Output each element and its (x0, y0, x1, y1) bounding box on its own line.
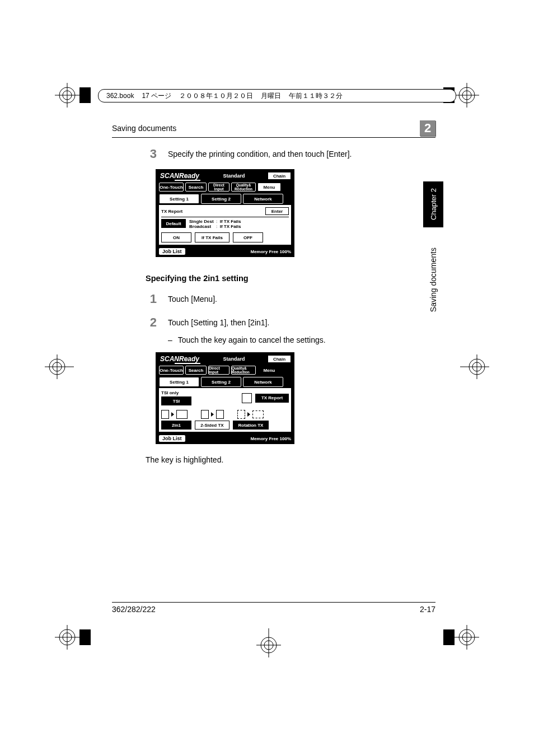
one-touch-tab-2[interactable]: One-Touch (159, 366, 184, 375)
highlight-note: The key is highlighted. (146, 455, 435, 464)
step-2-num: 2 (140, 315, 157, 330)
lcd-panel-2: SCANReady Standard Chain One-Touch Searc… (156, 352, 294, 444)
quality-reduction-tab[interactable]: Quality& Reduction (231, 183, 256, 192)
panel2-top: SCANReady Standard Chain (157, 353, 293, 365)
if-tx-fails-button[interactable]: If TX Fails (195, 232, 229, 242)
panel1-standard: Standard (200, 173, 268, 179)
panel1-row-settings: Setting 1 Setting 2 Network (157, 193, 293, 205)
page-icon-2 (176, 410, 188, 419)
crop-mark-br (443, 620, 494, 654)
panel1-top: SCANReady Standard Chain (157, 170, 293, 181)
doc-icon-2 (216, 410, 224, 419)
menu-tab[interactable]: Menu (257, 183, 281, 192)
svg-rect-27 (443, 629, 455, 645)
section-title-2in1: Specifying the 2in1 setting (146, 274, 435, 283)
setting2-button[interactable]: Setting 2 (201, 194, 241, 204)
quality-reduction-tab-2[interactable]: Quality& Reduction (231, 366, 256, 375)
print-header-file: 362.book (106, 92, 134, 100)
tsi-only-label: TSI only (161, 390, 238, 395)
tx-report-button[interactable]: TX Report (255, 394, 289, 403)
one-touch-tab[interactable]: One-Touch (159, 183, 184, 192)
job-list-button-2[interactable]: Job List (159, 435, 185, 442)
page-footer: 362/282/222 2-17 (112, 602, 435, 614)
rotation-tx-button[interactable]: Rotation TX (233, 421, 269, 430)
panel1-joblist: Job List Memory Free 100% (157, 247, 293, 256)
chain-button[interactable]: Chain (268, 172, 291, 180)
network-button[interactable]: Network (243, 194, 283, 204)
footer-model: 362/282/222 (112, 605, 156, 614)
panel1-row-tabs: One-Touch Search Direct Input Quality& R… (157, 181, 293, 193)
step-3-num: 3 (140, 147, 157, 161)
step-1: 1 Touch [Menu]. (140, 292, 435, 306)
search-tab-2[interactable]: Search (185, 366, 207, 375)
page-area: Saving documents 2 3 Specify the printin… (112, 120, 435, 464)
menu-tab-2[interactable]: Menu (257, 366, 281, 375)
crop-mark-ml (40, 350, 74, 384)
print-header: 362.book 17 ページ ２００８年１０月２０日 月曜日 午前１１時３２分 (98, 89, 456, 102)
arrow-icon-1 (171, 412, 174, 417)
rotate-icon-1 (237, 410, 245, 419)
step-3-text: Specify the printing condition, and then… (168, 147, 352, 161)
panel1-scanready: SCANReady (160, 172, 199, 180)
print-header-weekday: 月曜日 (261, 91, 281, 101)
step-1-text: Touch [Menu]. (168, 292, 217, 306)
search-tab[interactable]: Search (185, 183, 207, 192)
doc-icon-1 (201, 410, 209, 419)
arrow-icon-3 (247, 412, 250, 417)
panel2-row-tabs: One-Touch Search Direct Input Quality& R… (157, 365, 293, 376)
off-button[interactable]: OFF (233, 232, 263, 242)
job-list-button[interactable]: Job List (159, 248, 185, 255)
running-head-title: Saving documents (112, 124, 176, 133)
svg-rect-4 (79, 87, 91, 103)
step-2-sub: – Touch the key again to cancel the sett… (168, 335, 435, 344)
crop-mark-tl (40, 78, 91, 112)
crop-mark-mr (460, 350, 494, 384)
step-2: 2 Touch [Setting 1], then [2in1]. (140, 315, 435, 330)
setting2-button-2[interactable]: Setting 2 (201, 377, 241, 387)
tsi-button[interactable]: TSI (161, 396, 191, 405)
panel2-joblist: Job List Memory Free 100% (157, 434, 293, 443)
print-header-time: 午前１１時３２分 (289, 91, 343, 101)
svg-rect-22 (79, 629, 91, 645)
arrow-icon-2 (211, 412, 214, 417)
panel1-body: TX Report Enter Default Single Dest : If… (159, 205, 291, 245)
panel2-standard: Standard (200, 356, 268, 362)
direct-input-tab[interactable]: Direct Input (208, 183, 229, 192)
chain-button-2[interactable]: Chain (268, 355, 291, 363)
2in1-button[interactable]: 2in1 (161, 421, 191, 430)
panel2-body: TSI only TSI TX Report 2in1 (159, 388, 291, 432)
direct-input-tab-2[interactable]: Direct Input (208, 366, 229, 375)
footer-page: 2-17 (420, 605, 435, 614)
panel2-row-settings: Setting 1 Setting 2 Network (157, 376, 293, 388)
lcd-panel-1: SCANReady Standard Chain One-Touch Searc… (156, 169, 294, 257)
stamp-icon (242, 393, 252, 403)
print-header-page: 17 ページ (142, 91, 171, 101)
on-button[interactable]: ON (161, 232, 191, 242)
running-head-marker: 2 (420, 120, 435, 136)
step-1-num: 1 (140, 292, 157, 306)
panel2-scanready: SCANReady (160, 355, 199, 363)
crop-mark-bl (40, 620, 91, 654)
step-3: 3 Specify the printing condition, and th… (140, 147, 435, 161)
step-2-text: Touch [Setting 1], then [2in1]. (168, 315, 269, 330)
tx-report-label: TX Report (161, 209, 182, 214)
page-icon-1 (161, 410, 169, 419)
print-header-date: ２００８年１０月２０日 (179, 91, 253, 101)
enter-button[interactable]: Enter (265, 207, 289, 215)
network-button-2[interactable]: Network (243, 377, 283, 387)
default-button[interactable]: Default (161, 219, 186, 228)
single-dest-label: Single Dest (189, 219, 214, 224)
running-head: Saving documents 2 (112, 120, 435, 138)
2sided-tx-button[interactable]: 2-Sided TX (195, 421, 229, 430)
crop-mark-bc (252, 628, 285, 662)
rotate-icon-2 (252, 410, 264, 418)
setting1-button-2[interactable]: Setting 1 (159, 377, 199, 387)
setting1-button[interactable]: Setting 1 (159, 194, 199, 204)
broadcast-label: Broadcast (189, 224, 211, 229)
